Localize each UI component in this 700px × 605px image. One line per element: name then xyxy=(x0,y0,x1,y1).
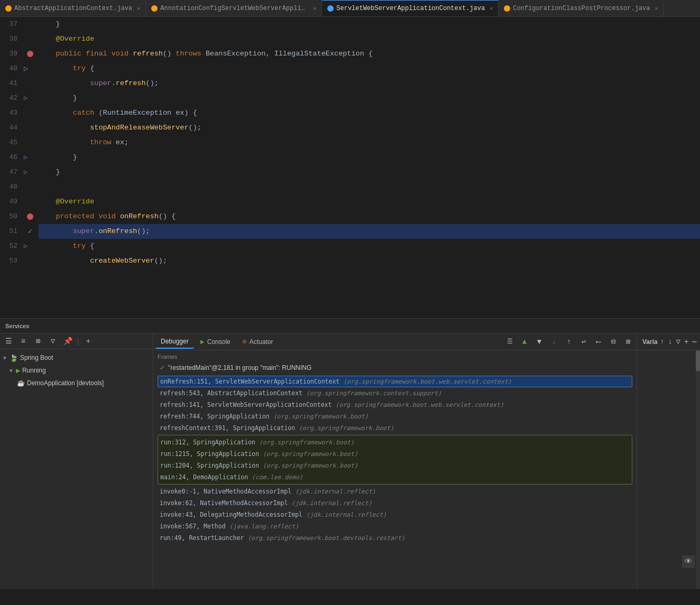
debugger-tabs: Debugger ▶ Console ⚙ Actuator ☰ ▲ ▼ ↓ ↑ xyxy=(153,333,637,350)
code-line-43: catch (RuntimeException ex) { xyxy=(39,106,700,120)
tab-icon-abstract xyxy=(5,5,12,12)
tab-debugger[interactable]: Debugger xyxy=(155,335,194,349)
frame-item-12[interactable]: invoke:567, Method (java.lang.reflect) xyxy=(158,520,632,532)
frame-method-1: refresh:543, AbstractApplicationContext xyxy=(160,389,306,397)
services-pin-btn[interactable]: 📌 xyxy=(61,335,74,348)
services-header-label: Services xyxy=(2,323,32,329)
var-scrollbar[interactable] xyxy=(696,350,700,589)
tab-icon-servlet xyxy=(327,5,334,12)
line-numbers: 37 38 39 40 41 42 43 44 45 46 47 48 49 5… xyxy=(0,17,24,318)
frame-pkg-1: (org.springframework.context.support) xyxy=(306,389,441,397)
frame-method-0: onRefresh:151, ServletWebServerApplicati… xyxy=(160,378,343,385)
frame-pkg-6: (org.springframework.boot) xyxy=(263,450,358,458)
frame-method-9: invoke0:-1, NativeMethodAccessorImpl xyxy=(160,488,295,495)
view-btn[interactable]: ⊟ xyxy=(607,336,620,348)
frame-method-8: main:24, DemoApplication xyxy=(160,473,252,481)
gutter: ▷ ▷ ▷ ▷ xyxy=(24,17,36,318)
var-add-btn[interactable]: + xyxy=(683,336,689,348)
frame-pkg-9: (jdk.internal.reflect) xyxy=(295,488,375,495)
status-check-icon: ✓ xyxy=(160,364,165,371)
var-filter-btn[interactable]: ▽ xyxy=(675,336,681,348)
current-line-marker: ✓ xyxy=(28,224,32,239)
variables-title: Varia xyxy=(639,338,658,346)
frame-item-6[interactable]: run:1215, SpringApplication (org.springf… xyxy=(160,448,630,460)
frame-method-11: invoke:43, DelegatingMethodAccessorImpl xyxy=(160,511,306,518)
services-list-btn[interactable]: ☰ xyxy=(2,335,15,348)
run-to-cursor-btn[interactable]: ↑ xyxy=(563,336,575,348)
tree-item-demo[interactable]: ☕ DemoApplication [devtools] xyxy=(0,377,153,389)
frame-pkg-0: (org.springframework.boot.web.servlet.co… xyxy=(343,378,512,385)
frame-item-5[interactable]: run:312, SpringApplication (org.springfr… xyxy=(160,436,630,448)
var-more-btn[interactable]: ⋯ xyxy=(691,336,698,348)
frame-pkg-11: (jdk.internal.reflect) xyxy=(306,511,386,518)
frame-method-4: refreshContext:391, SpringApplication xyxy=(160,424,299,432)
services-add-btn[interactable]: + xyxy=(82,335,95,348)
frame-item-8[interactable]: main:24, DemoApplication (com.lee.demo) xyxy=(160,471,630,483)
tab-annotation[interactable]: AnnotationConfigServletWebServerApplicat… xyxy=(146,0,322,16)
gutter-arrow-46: ▷ xyxy=(24,150,27,165)
tab-bar: AbstractApplicationContext.java ✕ Annota… xyxy=(0,0,700,17)
spring-icon: 🍃 xyxy=(10,354,18,362)
step-over-btn[interactable]: ⟵ xyxy=(592,336,605,348)
frame-item-7[interactable]: run:1204, SpringApplication (org.springf… xyxy=(160,460,630,471)
debugger-tab-label: Debugger xyxy=(161,338,189,345)
services-toolbar-sep xyxy=(78,337,78,346)
tab-servlet[interactable]: ServletWebServerApplicationContext.java … xyxy=(322,0,499,16)
tab-console[interactable]: ▶ Console xyxy=(195,335,236,349)
breakpoint-50[interactable] xyxy=(27,213,33,220)
tab-icon-config xyxy=(504,5,510,12)
tab-abstract[interactable]: AbstractApplicationContext.java ✕ xyxy=(0,0,146,16)
console-icon: ▶ xyxy=(200,339,205,345)
frame-item-11[interactable]: invoke:43, DelegatingMethodAccessorImpl … xyxy=(158,509,632,520)
tab-close-servlet[interactable]: ✕ xyxy=(490,5,493,12)
stop-btn[interactable]: ↓ xyxy=(548,336,560,348)
tree-item-running[interactable]: ▼ ▶ Running xyxy=(0,364,153,377)
services-filter-btn[interactable]: ▽ xyxy=(47,335,59,348)
frame-item-0[interactable]: onRefresh:151, ServletWebServerApplicati… xyxy=(158,376,632,387)
code-line-47: } xyxy=(39,165,700,180)
frames-section: Frames ✓ "restartedMain"@2,181 in group … xyxy=(153,350,637,589)
thread-status: ✓ "restartedMain"@2,181 in group "main":… xyxy=(158,363,632,373)
tab-close-annotation[interactable]: ✕ xyxy=(313,5,316,12)
services-compact-btn[interactable]: ≡ xyxy=(17,335,30,348)
frame-item-9[interactable]: invoke0:-1, NativeMethodAccessorImpl (jd… xyxy=(158,486,632,497)
code-line-38: @Override xyxy=(39,32,700,46)
frame-item-3[interactable]: refresh:744, SpringApplication (org.spri… xyxy=(158,411,632,422)
frame-item-4[interactable]: refreshContext:391, SpringApplication (o… xyxy=(158,422,632,434)
breakpoint-39[interactable] xyxy=(27,51,33,57)
tree-item-spring-boot[interactable]: ▼ 🍃 Spring Boot xyxy=(0,351,153,364)
code-line-42: } xyxy=(39,91,700,106)
code-line-37: } xyxy=(39,17,700,32)
tab-close-abstract[interactable]: ✕ xyxy=(137,5,140,12)
frame-method-6: run:1215, SpringApplication xyxy=(160,450,263,458)
services-group-btn[interactable]: ⊞ xyxy=(32,335,44,348)
gutter-arrow-42: ▷ xyxy=(24,91,27,106)
resume-btn[interactable]: ▲ xyxy=(518,336,531,348)
tab-close-config[interactable]: ✕ xyxy=(655,5,658,12)
var-down-btn[interactable]: ↓ xyxy=(667,336,674,348)
frame-item-1[interactable]: refresh:543, AbstractApplicationContext … xyxy=(158,387,632,399)
frame-pkg-8: (com.lee.demo) xyxy=(252,473,303,481)
filter-frames-btn[interactable]: ☰ xyxy=(503,336,516,348)
var-up-btn[interactable]: ↑ xyxy=(659,336,666,348)
code-line-53: createWebServer(); xyxy=(39,254,700,268)
debugger-area: Debugger ▶ Console ⚙ Actuator ☰ ▲ ▼ ↓ ↑ xyxy=(153,333,637,589)
tab-actuator[interactable]: ⚙ Actuator xyxy=(237,335,279,349)
frame-item-2[interactable]: refresh:141, ServletWebServerApplication… xyxy=(158,399,632,411)
bottom-panel: Services ☰ ≡ ⊞ ▽ 📌 + ▼ 🍃 Spring Boot xyxy=(0,318,700,589)
frame-pkg-13: (org.springframework.boot.devtools.resta… xyxy=(247,534,405,542)
evaluate-btn[interactable]: ↩ xyxy=(577,336,590,348)
tab-config[interactable]: ConfigurationClassPostProcessor.java ✕ xyxy=(499,0,664,16)
frame-item-10[interactable]: invoke:62, NativeMethodAccessorImpl (jdk… xyxy=(158,497,632,509)
var-eye-btn[interactable]: 👁 xyxy=(682,555,695,568)
frame-method-3: refresh:744, SpringApplication xyxy=(160,413,273,420)
pause-btn[interactable]: ▼ xyxy=(533,336,546,348)
actuator-tab-label: Actuator xyxy=(250,338,273,346)
variables-header: Varia ↑ ↓ ▽ + ⋯ xyxy=(637,333,700,350)
frame-pkg-12: (java.lang.reflect) xyxy=(229,523,299,530)
actuator-icon: ⚙ xyxy=(242,339,247,345)
services-header-bar: Services xyxy=(0,319,700,333)
frame-item-13[interactable]: run:49, RestartLauncher (org.springframe… xyxy=(158,532,632,544)
code-line-40: try { xyxy=(39,61,700,76)
layout-btn[interactable]: ⊞ xyxy=(622,336,634,348)
